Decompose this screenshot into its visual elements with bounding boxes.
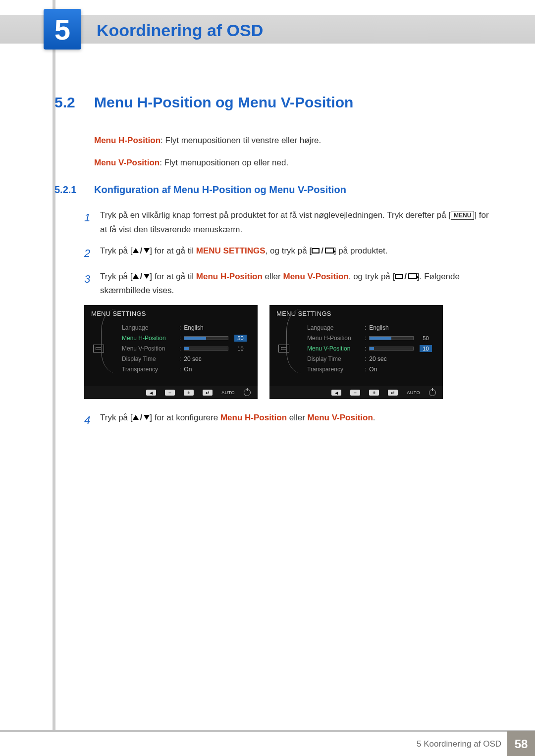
step-3-body: Tryk på [/] for at gå til Menu H-Positio…	[100, 270, 490, 299]
step-2-text-c: , og tryk på [	[266, 246, 312, 255]
osd-power-icon	[244, 389, 251, 396]
step-3-target-1: Menu H-Position	[196, 272, 263, 281]
chapter-title: Koordinering af OSD	[97, 21, 263, 40]
rect-arrow-icon	[325, 248, 334, 253]
intro-h-label: Menu H-Position	[94, 136, 160, 145]
intro-h-text: : Flyt menupositionen til venstre eller …	[160, 136, 321, 145]
step-1-number: 1	[84, 208, 100, 237]
osd-transp-val: On	[369, 366, 377, 373]
step-4-text-mid: eller	[287, 413, 308, 422]
osd-row-vpos: Menu V-Position : 10	[307, 343, 436, 353]
slash-icon: /	[139, 272, 144, 281]
osd-transp-label: Transparency	[122, 366, 176, 373]
slash-icon: /	[403, 272, 408, 281]
osd-row-language: Language : English	[122, 322, 251, 333]
step-1-text-a: Tryk på en vilkårlig knap forrest på pro…	[100, 210, 451, 220]
osd-row-transparency: Transparency : On	[307, 364, 436, 374]
step-2-number: 2	[84, 244, 100, 262]
section-title: Menu H-Position og Menu V-Position	[94, 94, 353, 111]
intro-v-position: Menu V-Position: Flyt menupositionen op …	[94, 156, 490, 169]
osd-back-button: ◄	[331, 390, 341, 396]
triangle-up-icon	[133, 248, 139, 253]
step-4-target-1: Menu H-Position	[220, 413, 287, 422]
menu-key-icon: MENU	[451, 211, 474, 220]
osd-row-vpos: Menu V-Position : 10	[122, 343, 251, 353]
step-4-target-2: Menu V-Position	[308, 413, 373, 422]
osd-row-hpos: Menu H-Position : 50	[307, 333, 436, 343]
rect-icon	[395, 274, 403, 279]
step-3-number: 3	[84, 270, 100, 299]
triangle-up-icon	[133, 415, 139, 420]
osd-auto-label: AUTO	[221, 390, 235, 395]
page-footer: 5 Koordinering af OSD 58	[0, 730, 535, 756]
osd-plus-button: +	[184, 390, 194, 396]
osd-vpos-label: Menu V-Position	[307, 345, 362, 352]
slash-icon: /	[139, 246, 144, 255]
step-3-text-mid: eller	[263, 272, 283, 281]
step-4-text-b: ] for at konfigurere	[150, 413, 220, 422]
step-2-target: MENU SETTINGS	[196, 246, 266, 255]
step-3-text-c: , og tryk på [	[349, 272, 395, 281]
footer-chapter-text: 5 Koordinering af OSD	[417, 739, 501, 749]
osd-display-val: 20 sec	[369, 355, 386, 362]
footer-page-number: 58	[507, 731, 535, 756]
osd-hpos-label: Menu H-Position	[122, 335, 176, 342]
osd-row-hpos: Menu H-Position : 50	[122, 333, 251, 343]
osd-row-transparency: Transparency : On	[122, 364, 251, 374]
step-2-text-a: Tryk på [	[100, 246, 133, 255]
triangle-down-icon	[144, 415, 150, 420]
subsection-number: 5.2.1	[54, 184, 94, 196]
osd-minus-button: −	[350, 390, 360, 396]
osd-row-display-time: Display Time : 20 sec	[307, 353, 436, 364]
intro-v-label: Menu V-Position	[94, 158, 160, 167]
rect-icon	[312, 248, 320, 253]
subsection-heading: 5.2.1 Konfiguration af Menu H-Position o…	[54, 184, 490, 196]
osd-hpos-bar	[369, 336, 414, 340]
step-2-text-b: ] for at gå til	[150, 246, 196, 255]
osd-power-icon	[429, 389, 436, 396]
slash-icon: /	[139, 413, 144, 422]
osd-hpos-bar	[184, 336, 228, 340]
osd-lang-label: Language	[122, 324, 176, 331]
step-2-body: Tryk på [/] for at gå til MENU SETTINGS,…	[100, 244, 490, 262]
osd-vpos-bar	[369, 347, 414, 351]
triangle-up-icon	[133, 274, 139, 279]
osd-back-button: ◄	[146, 390, 156, 396]
slash-icon: /	[320, 246, 325, 255]
step-3-text-a: Tryk på [	[100, 272, 133, 281]
osd-display-label: Display Time	[307, 355, 362, 362]
rect-arrow-icon	[408, 273, 417, 279]
osd-auto-label: AUTO	[407, 390, 420, 395]
step-4-text-a: Tryk på [	[100, 413, 133, 422]
osd-display-label: Display Time	[122, 355, 176, 362]
osd-button-row: ◄ − + ↵ AUTO	[269, 386, 443, 399]
step-3: 3 Tryk på [/] for at gå til Menu H-Posit…	[84, 270, 490, 299]
osd-button-row: ◄ − + ↵ AUTO	[84, 386, 258, 399]
osd-panel-hpos: MENU SETTINGS Language : English Menu H-…	[84, 305, 258, 399]
page-content: 5.2 Menu H-Position og Menu V-Position M…	[54, 94, 490, 437]
osd-list: Language : English Menu H-Position : 50 …	[106, 322, 251, 374]
step-4: 4 Tryk på [/] for at konfigurere Menu H-…	[84, 411, 490, 429]
osd-lang-label: Language	[307, 324, 362, 331]
triangle-down-icon	[144, 274, 150, 279]
osd-vpos-val: 10	[234, 345, 246, 352]
step-3-text-b: ] for at gå til	[150, 272, 196, 281]
chapter-number-badge: 5	[44, 9, 81, 50]
osd-transp-label: Transparency	[307, 366, 362, 373]
section-number: 5.2	[54, 94, 94, 111]
triangle-down-icon	[144, 248, 150, 253]
osd-row-language: Language : English	[307, 322, 436, 333]
osd-lang-val: English	[369, 324, 388, 331]
step-1: 1 Tryk på en vilkårlig knap forrest på p…	[84, 208, 490, 237]
step-2: 2 Tryk på [/] for at gå til MENU SETTING…	[84, 244, 490, 262]
osd-panel-vpos: MENU SETTINGS Language : English Menu H-…	[269, 305, 443, 399]
osd-lang-val: English	[184, 324, 203, 331]
step-4-number: 4	[84, 411, 100, 429]
osd-vpos-bar	[184, 347, 228, 351]
osd-hpos-val: 50	[420, 335, 431, 342]
osd-enter-button: ↵	[203, 390, 213, 396]
osd-vpos-val: 10	[420, 345, 431, 352]
osd-enter-button: ↵	[388, 390, 398, 396]
osd-display-val: 20 sec	[184, 355, 201, 362]
osd-transp-val: On	[184, 366, 192, 373]
